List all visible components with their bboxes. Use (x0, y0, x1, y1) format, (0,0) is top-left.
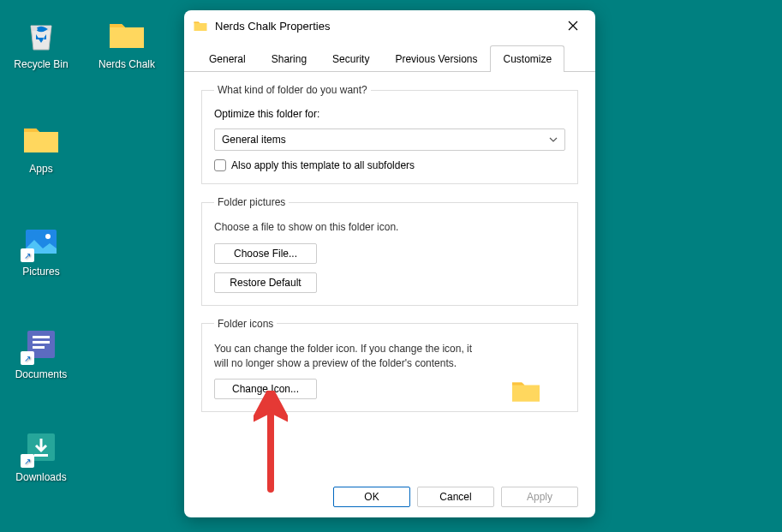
svg-point-1 (45, 234, 51, 239)
documents-shortcut-icon[interactable]: ↗ Documents (7, 324, 75, 380)
tab-previous-versions[interactable]: Previous Versions (382, 45, 490, 72)
tab-customize[interactable]: Customize (490, 45, 564, 72)
properties-dialog: Nerds Chalk Properties General Sharing S… (184, 10, 595, 517)
group-folder-pictures: Folder pictures Choose a file to show on… (201, 196, 578, 306)
folder-pictures-desc: Choose a file to show on this folder ico… (214, 220, 565, 235)
close-icon (568, 21, 578, 31)
apply-subfolders-label: Also apply this template to all subfolde… (231, 159, 415, 171)
pictures-shortcut-icon[interactable]: ↗ Pictures (7, 221, 75, 278)
folder-icon (193, 18, 208, 33)
dialog-buttons: OK Cancel Apply (184, 476, 595, 517)
tabs: General Sharing Security Previous Versio… (184, 45, 595, 72)
recycle-bin-label: Recycle Bin (14, 58, 68, 70)
svg-rect-4 (33, 341, 50, 344)
chevron-down-icon (549, 135, 558, 144)
shortcut-arrow-icon: ↗ (21, 454, 34, 468)
apply-subfolders-checkbox[interactable] (214, 159, 226, 171)
pictures-label: Pictures (22, 266, 59, 278)
folder-icon (21, 118, 62, 159)
folder-icons-desc: You can change the folder icon. If you c… (214, 342, 480, 371)
group-folder-kind: What kind of folder do you want? Optimiz… (201, 84, 578, 184)
restore-default-button[interactable]: Restore Default (214, 272, 317, 293)
content: What kind of folder do you want? Optimiz… (184, 72, 595, 476)
group-folder-pictures-legend: Folder pictures (214, 196, 289, 208)
shortcut-arrow-icon: ↗ (21, 248, 34, 262)
optimize-label: Optimize this folder for: (214, 108, 565, 120)
documents-label: Documents (15, 368, 68, 380)
group-folder-icons-legend: Folder icons (214, 318, 277, 330)
tab-sharing[interactable]: Sharing (259, 45, 319, 72)
close-button[interactable] (559, 12, 587, 39)
folder-icon (106, 14, 147, 55)
tab-security[interactable]: Security (319, 45, 382, 72)
apply-button[interactable]: Apply (501, 487, 578, 507)
tab-general[interactable]: General (196, 45, 259, 72)
cancel-button[interactable]: Cancel (417, 487, 494, 507)
titlebar: Nerds Chalk Properties (184, 10, 595, 41)
change-icon-button[interactable]: Change Icon... (214, 379, 317, 399)
downloads-shortcut-icon[interactable]: ↗ Downloads (7, 427, 75, 483)
dialog-title: Nerds Chalk Properties (215, 20, 559, 33)
nerds-chalk-folder-icon[interactable]: Nerds Chalk (93, 14, 161, 70)
svg-rect-3 (33, 336, 50, 338)
svg-rect-5 (33, 346, 45, 349)
downloads-label: Downloads (15, 471, 66, 483)
choose-file-button[interactable]: Choose File... (214, 243, 317, 264)
apps-folder-icon[interactable]: Apps (7, 118, 75, 175)
nerds-chalk-label: Nerds Chalk (98, 58, 155, 70)
group-folder-icons: Folder icons You can change the folder i… (201, 318, 578, 413)
recycle-bin-icon[interactable]: Recycle Bin (7, 14, 75, 70)
optimize-select-value: General items (222, 134, 286, 146)
bin-icon (21, 14, 62, 55)
shortcut-arrow-icon: ↗ (21, 351, 34, 365)
group-folder-kind-legend: What kind of folder do you want? (214, 84, 371, 96)
apps-label: Apps (29, 163, 52, 175)
ok-button[interactable]: OK (333, 487, 410, 507)
folder-preview-icon (509, 377, 543, 404)
svg-rect-7 (34, 454, 48, 457)
optimize-select[interactable]: General items (214, 129, 565, 151)
